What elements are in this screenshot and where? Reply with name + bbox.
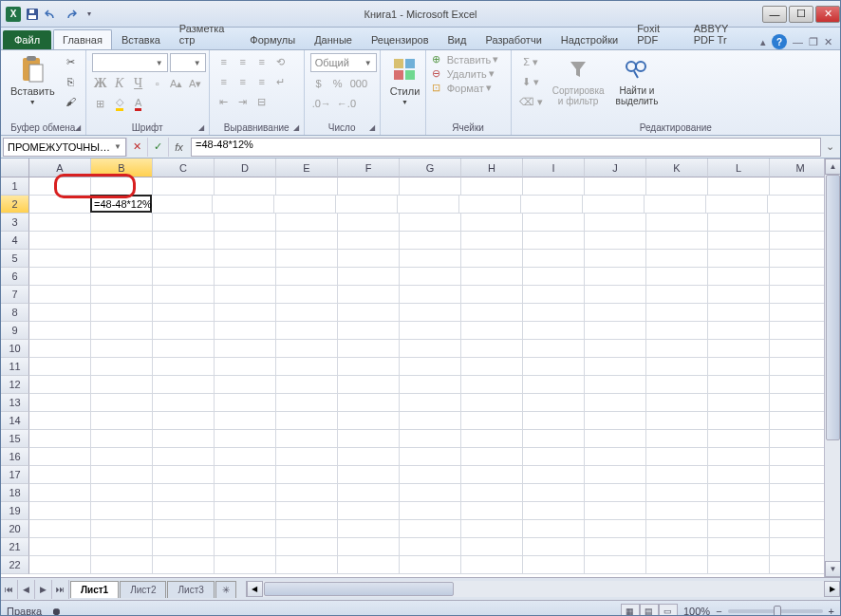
insert-cells-button[interactable]: ⊕ Вставить ▾ [432, 53, 499, 65]
cell-K7[interactable] [646, 286, 708, 304]
cell-I21[interactable] [523, 538, 585, 556]
cell-F18[interactable] [338, 484, 400, 502]
cell-E9[interactable] [276, 322, 338, 340]
cell-E10[interactable] [276, 340, 338, 358]
cell-G2[interactable] [398, 196, 459, 214]
cell-L19[interactable] [708, 502, 770, 520]
cell-B20[interactable] [91, 520, 153, 538]
cell-C3[interactable] [153, 214, 215, 232]
currency-icon[interactable]: $ [310, 75, 327, 92]
zoom-slider[interactable] [728, 609, 823, 613]
cell-H13[interactable] [461, 394, 523, 412]
cell-J6[interactable] [585, 268, 646, 286]
cell-M14[interactable] [770, 412, 832, 430]
cell-J8[interactable] [585, 304, 646, 322]
merge-icon[interactable]: ⊟ [253, 93, 271, 110]
cell-B18[interactable] [91, 484, 153, 502]
row-header-20[interactable]: 20 [1, 520, 29, 538]
row-header-5[interactable]: 5 [1, 250, 29, 268]
row-header-16[interactable]: 16 [1, 448, 29, 466]
cell-I16[interactable] [523, 448, 585, 466]
cell-J17[interactable] [585, 466, 646, 484]
cell-B6[interactable] [91, 268, 153, 286]
cell-F3[interactable] [338, 214, 400, 232]
cell-E18[interactable] [276, 484, 338, 502]
cell-B9[interactable] [91, 322, 153, 340]
maximize-button[interactable]: ☐ [789, 6, 813, 23]
row-header-22[interactable]: 22 [1, 556, 29, 574]
cell-F6[interactable] [338, 268, 400, 286]
cell-B16[interactable] [91, 448, 153, 466]
cell-E19[interactable] [276, 502, 338, 520]
cell-L16[interactable] [708, 448, 770, 466]
cell-C10[interactable] [153, 340, 215, 358]
cell-F10[interactable] [338, 340, 400, 358]
cell-C16[interactable] [153, 448, 215, 466]
font-color-icon[interactable]: A [130, 95, 147, 112]
cell-I6[interactable] [523, 268, 585, 286]
cell-E8[interactable] [276, 304, 338, 322]
borders-icon[interactable]: ⊞ [92, 95, 109, 112]
column-header-A[interactable]: A [29, 159, 91, 177]
align-left-icon[interactable]: ≡ [215, 73, 233, 90]
cell-F14[interactable] [338, 412, 400, 430]
cell-H3[interactable] [461, 214, 523, 232]
cell-A5[interactable] [29, 250, 91, 268]
paste-button[interactable]: Вставить ▼ [7, 53, 59, 107]
cell-C5[interactable] [153, 250, 215, 268]
cell-D11[interactable] [215, 358, 276, 376]
sheet-nav-next-icon[interactable]: ▶ [35, 580, 52, 599]
cell-M9[interactable] [770, 322, 832, 340]
cell-M7[interactable] [770, 286, 832, 304]
align-middle-icon[interactable]: ≡ [234, 53, 252, 70]
cell-C9[interactable] [153, 322, 215, 340]
cell-M1[interactable] [770, 177, 832, 196]
row-header-9[interactable]: 9 [1, 322, 29, 340]
cell-I2[interactable] [521, 196, 583, 214]
cell-L1[interactable] [708, 177, 770, 196]
cell-D13[interactable] [215, 394, 276, 412]
cell-M20[interactable] [770, 520, 832, 538]
normal-view-icon[interactable]: ▦ [621, 604, 640, 617]
tab-home[interactable]: Главная [53, 29, 112, 49]
cell-F11[interactable] [338, 358, 400, 376]
close-button[interactable]: ✕ [815, 6, 840, 23]
cell-C17[interactable] [153, 466, 215, 484]
column-header-F[interactable]: F [338, 159, 400, 177]
font-size-combo[interactable]: ▼ [170, 53, 206, 72]
cell-B13[interactable] [91, 394, 153, 412]
sheet-nav-first-icon[interactable]: ⏮ [1, 580, 18, 599]
cell-J11[interactable] [585, 358, 646, 376]
cell-G21[interactable] [400, 538, 461, 556]
comma-icon[interactable]: 000 [348, 75, 369, 92]
cell-E20[interactable] [276, 520, 338, 538]
cell-H9[interactable] [461, 322, 523, 340]
cell-I19[interactable] [523, 502, 585, 520]
cell-L6[interactable] [708, 268, 770, 286]
cell-L17[interactable] [708, 466, 770, 484]
cell-M16[interactable] [770, 448, 832, 466]
page-layout-view-icon[interactable]: ▤ [640, 604, 659, 617]
cell-H11[interactable] [461, 358, 523, 376]
column-header-B[interactable]: B [91, 159, 153, 177]
cell-B17[interactable] [91, 466, 153, 484]
cell-D14[interactable] [215, 412, 276, 430]
cell-E21[interactable] [276, 538, 338, 556]
cell-A10[interactable] [29, 340, 91, 358]
cell-A19[interactable] [29, 502, 91, 520]
cell-G12[interactable] [400, 376, 461, 394]
cell-K2[interactable] [645, 196, 706, 214]
macro-record-icon[interactable]: ⏺ [51, 606, 62, 617]
cell-G17[interactable] [400, 466, 461, 484]
column-header-D[interactable]: D [215, 159, 276, 177]
align-center-icon[interactable]: ≡ [234, 73, 252, 90]
cell-C21[interactable] [153, 538, 215, 556]
cell-D1[interactable] [215, 177, 276, 196]
qat-more-icon[interactable]: ▾ [81, 6, 98, 23]
cell-A22[interactable] [29, 556, 91, 574]
cell-F8[interactable] [338, 304, 400, 322]
cell-I4[interactable] [523, 232, 585, 250]
tab-page-layout[interactable]: Разметка стр [170, 18, 240, 49]
cell-D16[interactable] [215, 448, 276, 466]
cell-E1[interactable] [276, 177, 338, 196]
